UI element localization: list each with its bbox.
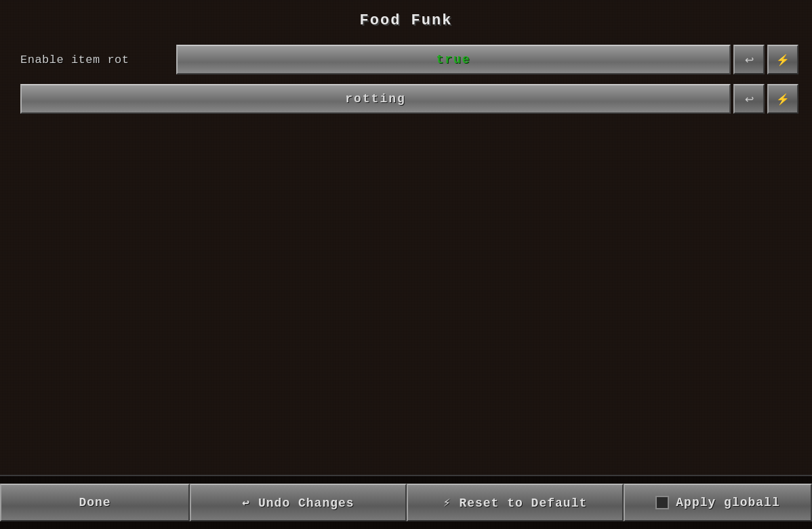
- reset-to-default-button[interactable]: ⚡ Reset to Default: [407, 484, 624, 522]
- reset-small-icon: ⚡: [776, 54, 790, 66]
- settings-area: Enable item rot true ↩ ⚡ rotting ↩ ⚡: [0, 43, 812, 475]
- undo-changes-button[interactable]: ↩ Undo Changes: [190, 484, 407, 522]
- title-bar: Food Funk: [0, 0, 812, 43]
- bottom-bar: Done ↩ Undo Changes ⚡ Reset to Default A…: [0, 475, 812, 529]
- apply-globally-label: Apply globall: [676, 496, 779, 509]
- page-title: Food Funk: [360, 12, 453, 29]
- rotting-reset-btn[interactable]: ⚡: [767, 84, 798, 114]
- apply-globally-container: Apply globall: [624, 484, 812, 522]
- rotting-undo-btn[interactable]: ↩: [733, 84, 765, 114]
- undo-small-icon-2: ↩: [745, 93, 754, 106]
- enable-item-rot-undo-btn[interactable]: ↩: [733, 45, 765, 75]
- done-button[interactable]: Done: [0, 484, 190, 522]
- enable-item-rot-label: Enable item rot: [14, 54, 176, 66]
- apply-globally-checkbox[interactable]: [655, 496, 669, 509]
- reset-small-icon-2: ⚡: [776, 93, 790, 106]
- setting-row-rotting: rotting ↩ ⚡: [14, 82, 798, 116]
- rotting-toggle[interactable]: rotting: [20, 84, 731, 114]
- enable-item-rot-toggle[interactable]: true: [176, 45, 731, 75]
- setting-row-enable-item-rot: Enable item rot true ↩ ⚡: [14, 43, 798, 77]
- undo-small-icon: ↩: [745, 54, 754, 66]
- enable-item-rot-reset-btn[interactable]: ⚡: [767, 45, 798, 75]
